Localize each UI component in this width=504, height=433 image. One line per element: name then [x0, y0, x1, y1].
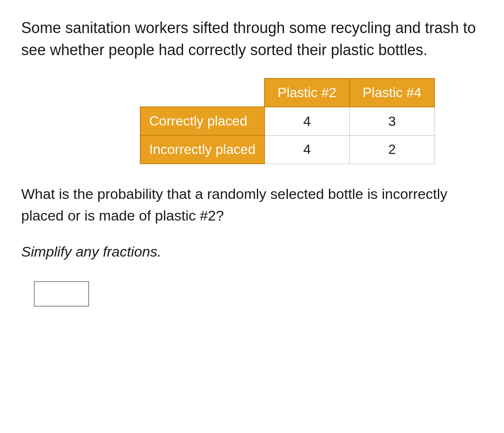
cell-correctly-plastic2: 4: [265, 107, 350, 135]
row-label-incorrectly: Incorrectly placed: [140, 135, 265, 164]
cell-incorrectly-plastic2: 4: [265, 135, 350, 164]
probability-question-text: What is the probability that a randomly …: [21, 183, 483, 226]
table-row-incorrectly: Incorrectly placed 4 2: [140, 135, 434, 164]
table-row-correctly: Correctly placed 4 3: [140, 107, 434, 135]
answer-input-box[interactable]: [34, 281, 89, 307]
data-table-container: Plastic #2 Plastic #4 Correctly placed 4…: [140, 78, 483, 164]
col-header-plastic2: Plastic #2: [265, 78, 350, 107]
data-table: Plastic #2 Plastic #4 Correctly placed 4…: [140, 78, 435, 164]
cell-correctly-plastic4: 3: [350, 107, 435, 135]
row-label-correctly: Correctly placed: [140, 107, 265, 135]
intro-text: Some sanitation workers sifted through s…: [21, 17, 483, 61]
simplify-instruction-text: Simplify any fractions.: [21, 243, 483, 260]
empty-header: [140, 78, 265, 107]
cell-incorrectly-plastic4: 2: [350, 135, 435, 164]
col-header-plastic4: Plastic #4: [350, 78, 435, 107]
